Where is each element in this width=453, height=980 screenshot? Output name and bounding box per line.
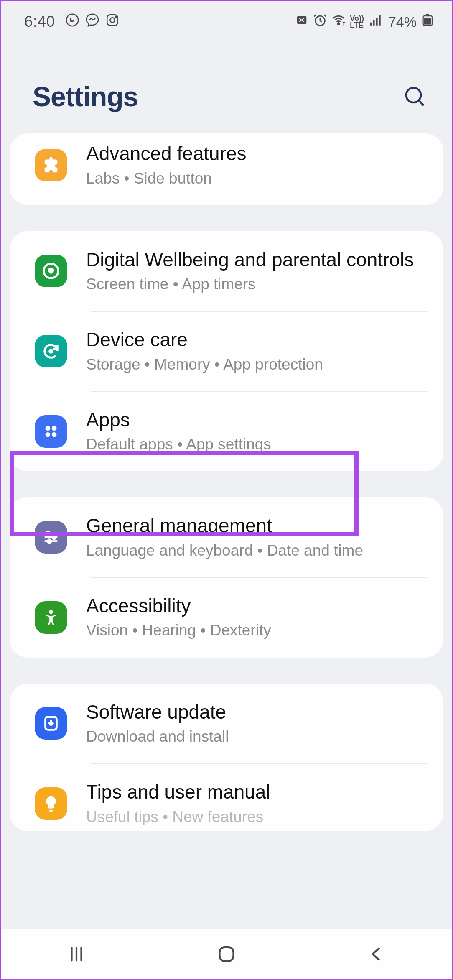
- settings-item-apps[interactable]: Apps Default apps • App settings: [10, 391, 443, 472]
- item-subtitle: Default apps • App settings: [86, 434, 431, 454]
- svg-point-23: [48, 540, 51, 543]
- svg-point-2: [110, 18, 115, 22]
- settings-item-general-management[interactable]: General management Language and keyboard…: [10, 497, 443, 577]
- svg-rect-8: [373, 20, 374, 26]
- svg-point-24: [49, 610, 53, 614]
- item-subtitle: Labs • Side button: [86, 168, 431, 189]
- svg-rect-7: [370, 23, 372, 26]
- settings-group: Advanced features Labs • Side button: [10, 133, 443, 205]
- instagram-icon: [105, 13, 120, 31]
- item-subtitle: Storage • Memory • App protection: [86, 355, 431, 375]
- item-title: Device care: [86, 328, 431, 352]
- svg-point-0: [66, 14, 78, 26]
- item-subtitle: Vision • Hearing • Dexterity: [86, 620, 431, 641]
- alarm-icon: [313, 13, 327, 31]
- settings-item-device-care[interactable]: Device care Storage • Memory • App prote…: [10, 311, 443, 391]
- item-subtitle: Language and keyboard • Date and time: [86, 541, 431, 561]
- item-text: Device care Storage • Memory • App prote…: [86, 328, 431, 375]
- battery-percent: 74%: [388, 14, 417, 30]
- svg-point-6: [338, 23, 339, 24]
- messenger-icon: [85, 13, 99, 31]
- card-icon: [295, 13, 309, 31]
- puzzle-icon: [35, 149, 67, 181]
- item-title: Accessibility: [86, 594, 431, 618]
- item-title: Apps: [86, 408, 431, 432]
- svg-rect-9: [376, 18, 377, 25]
- item-subtitle: Screen time • App timers: [86, 274, 431, 294]
- svg-rect-12: [426, 14, 429, 16]
- svg-point-17: [46, 426, 51, 431]
- svg-point-19: [46, 432, 51, 437]
- item-subtitle: Useful tips • New features: [86, 807, 431, 827]
- item-text: Tips and user manual Useful tips • New f…: [86, 780, 431, 827]
- sliders-icon: [35, 521, 67, 554]
- volte-icon: Vo))LTE: [350, 15, 364, 28]
- item-text: General management Language and keyboard…: [86, 514, 431, 561]
- svg-point-3: [115, 16, 116, 18]
- svg-rect-13: [424, 18, 431, 25]
- item-title: Digital Wellbeing and parental controls: [86, 248, 431, 272]
- svg-point-18: [52, 426, 57, 431]
- home-button[interactable]: [214, 942, 239, 967]
- item-text: Software update Download and install: [86, 700, 431, 747]
- recents-button[interactable]: [64, 942, 89, 967]
- status-time: 6:40: [24, 13, 55, 31]
- settings-group: Digital Wellbeing and parental controls …: [10, 231, 443, 472]
- search-button[interactable]: [403, 85, 427, 108]
- item-title: Tips and user manual: [86, 780, 431, 804]
- settings-item-advanced-features[interactable]: Advanced features Labs • Side button: [10, 133, 443, 205]
- settings-item-accessibility[interactable]: Accessibility Vision • Hearing • Dexteri…: [10, 577, 443, 658]
- svg-point-21: [46, 532, 50, 535]
- settings-item-tips[interactable]: Tips and user manual Useful tips • New f…: [10, 763, 443, 831]
- download-icon: [35, 707, 67, 740]
- apps-icon: [35, 415, 67, 448]
- battery-icon: [421, 13, 435, 31]
- svg-rect-10: [379, 15, 380, 26]
- whatsapp-icon: [65, 13, 79, 31]
- item-text: Apps Default apps • App settings: [86, 408, 431, 455]
- item-text: Advanced features Labs • Side button: [86, 142, 431, 189]
- status-bar: 6:40 Vo))LTE 74%: [1, 1, 452, 35]
- settings-header: Settings: [1, 35, 452, 138]
- person-icon: [35, 601, 67, 634]
- status-right: Vo))LTE 74%: [295, 13, 435, 31]
- svg-rect-26: [219, 947, 233, 961]
- wifi-icon: [331, 13, 346, 31]
- back-button[interactable]: [364, 942, 389, 967]
- settings-item-software-update[interactable]: Software update Download and install: [10, 684, 443, 764]
- item-title: General management: [86, 514, 431, 538]
- signal-icon: [368, 13, 382, 31]
- refresh-care-icon: [35, 335, 67, 368]
- item-text: Accessibility Vision • Hearing • Dexteri…: [86, 594, 431, 641]
- item-title: Software update: [86, 700, 431, 725]
- navigation-bar: [1, 929, 452, 979]
- svg-point-16: [48, 349, 53, 354]
- page-title: Settings: [33, 81, 138, 112]
- settings-group: General management Language and keyboard…: [10, 497, 443, 657]
- item-subtitle: Download and install: [86, 727, 431, 747]
- settings-group: Software update Download and install Tip…: [10, 684, 443, 831]
- svg-point-22: [53, 536, 56, 539]
- svg-point-20: [52, 432, 57, 437]
- settings-item-digital-wellbeing[interactable]: Digital Wellbeing and parental controls …: [10, 231, 443, 311]
- item-title: Advanced features: [86, 142, 431, 166]
- item-text: Digital Wellbeing and parental controls …: [86, 248, 431, 295]
- bulb-icon: [35, 787, 67, 820]
- svg-point-14: [406, 88, 421, 102]
- heart-shield-icon: [35, 255, 67, 287]
- status-left: 6:40: [24, 13, 120, 31]
